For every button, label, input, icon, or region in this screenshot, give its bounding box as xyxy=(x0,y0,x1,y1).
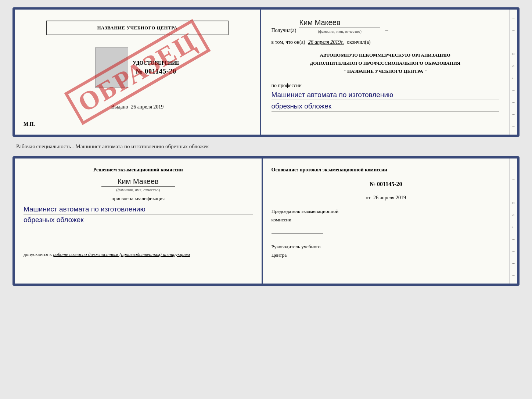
fio-label-top: (фамилия, имя, отчество) xyxy=(299,28,380,33)
chairman-label-2: комиссии xyxy=(272,217,501,224)
protocol-date: от 26 апреля 2019 xyxy=(272,195,501,201)
chairman-label-1: Председатель экзаменационной xyxy=(272,208,501,215)
mp-label: М.П. xyxy=(24,121,35,127)
bdeco-8: – xyxy=(513,248,515,254)
bdeco-9: – xyxy=(513,260,515,266)
bdeco-7: – xyxy=(513,236,515,242)
deco-5: а xyxy=(513,63,514,69)
bdeco-10: – xyxy=(513,272,515,278)
director-label-1: Руководитель учебного xyxy=(272,243,501,250)
deco-3: – xyxy=(513,39,515,44)
blank-line-2 xyxy=(24,240,253,247)
received-label: Получил(а) xyxy=(272,28,296,33)
director-sign-line xyxy=(272,262,323,269)
date-row: в том, что он(а) 26 апреля 2019г. окончи… xyxy=(272,39,499,45)
org-line3: " НАЗВАНИЕ УЧЕБНОГО ЦЕНТРА " xyxy=(272,67,499,75)
top-card-right: Получил(а) Ким Макеев (фамилия, имя, отч… xyxy=(261,10,510,135)
protocol-number: № 001145-20 xyxy=(272,181,501,188)
top-card-inner: НАЗВАНИЕ УЧЕБНОГО ЦЕНТРА УДОСТОВЕРЕНИЕ №… xyxy=(15,10,517,135)
bottom-person-name: Ким Макеев xyxy=(118,177,159,186)
org-line1: АВТОНОМНУЮ НЕКОММЕРЧЕСКУЮ ОРГАНИЗАЦИЮ xyxy=(272,51,499,59)
bottom-card: Решением экзаменационной комиссии Ким Ма… xyxy=(12,156,520,286)
deco-10: – xyxy=(513,124,515,129)
issued-prefix: Выдано xyxy=(111,104,128,110)
deco-col-top: – – – и а ← – – – – xyxy=(509,10,517,135)
profession-label: по профессии xyxy=(272,83,499,89)
deco-7: – xyxy=(513,88,515,93)
top-card-left: НАЗВАНИЕ УЧЕБНОГО ЦЕНТРА УДОСТОВЕРЕНИЕ №… xyxy=(15,10,260,135)
cert-photo xyxy=(95,47,128,88)
caption-text: Рабочая специальность - Машинист автомат… xyxy=(12,143,209,150)
top-card-main: НАЗВАНИЕ УЧЕБНОГО ЦЕНТРА УДОСТОВЕРЕНИЕ №… xyxy=(15,10,509,135)
org-line2: ДОПОЛНИТЕЛЬНОГО ПРОФЕССИОНАЛЬНОГО ОБРАЗО… xyxy=(272,59,499,67)
bottom-card-left: Решением экзаменационной комиссии Ким Ма… xyxy=(15,158,262,284)
profession-block: по профессии Машинист автомата по изгото… xyxy=(272,81,499,111)
protocol-date-prefix: от xyxy=(366,195,370,200)
qualification-label: присвоена квалификация xyxy=(24,196,253,202)
bottom-fio-label: (фамилия, имя, отчество) xyxy=(101,186,175,192)
issued-date: Выдано 26 апреля 2019 xyxy=(111,104,163,110)
bdeco-4: и xyxy=(512,200,514,206)
bdeco-6: ← xyxy=(511,224,516,230)
deco-9: – xyxy=(513,111,515,117)
date-prefix: в том, что он(а) xyxy=(272,39,305,45)
protocol-date-value: 26 апреля 2019 xyxy=(373,195,406,200)
allowed-prefix: допускается к xyxy=(24,252,52,257)
basis-title: Основание: протокол экзаменационной коми… xyxy=(272,166,501,174)
deco-1: – xyxy=(513,15,515,21)
cert-number: № 001145-20 xyxy=(136,68,176,75)
received-name: Ким Макеев xyxy=(299,18,380,28)
profession-hw-1: Машинист автомата по изготовлению xyxy=(272,91,499,100)
bottom-card-right: Основание: протокол экзаменационной коми… xyxy=(263,158,510,284)
bdeco-1: – xyxy=(513,164,515,170)
bottom-card-inner: Решением экзаменационной комиссии Ким Ма… xyxy=(15,158,517,284)
school-title: НАЗВАНИЕ УЧЕБНОГО ЦЕНТРА xyxy=(46,21,229,35)
blank-line-3 xyxy=(24,262,253,269)
org-block: АВТОНОМНУЮ НЕКОММЕРЧЕСКУЮ ОРГАНИЗАЦИЮ ДО… xyxy=(272,51,499,75)
bottom-name-block: Ким Макеев (фамилия, имя, отчество) xyxy=(24,177,253,192)
issued-date-value: 26 апреля 2019 xyxy=(131,104,163,110)
qualification-hw-2: обрезных обложек xyxy=(24,216,253,225)
allowed-italic: работе согласно должностным (производств… xyxy=(53,252,190,257)
director-label-2: Центра xyxy=(272,252,501,259)
chairman-block: Председатель экзаменационной комиссии xyxy=(272,208,501,234)
allowed-text: допускается к работе согласно должностны… xyxy=(24,251,253,258)
qualification-block: Машинист автомата по изготовлению обрезн… xyxy=(24,205,253,225)
top-card: НАЗВАНИЕ УЧЕБНОГО ЦЕНТРА УДОСТОВЕРЕНИЕ №… xyxy=(12,7,520,137)
deco-6: ← xyxy=(511,75,516,81)
bdeco-3: – xyxy=(513,188,515,193)
bdeco-5: а xyxy=(513,212,514,218)
cert-label: УДОСТОВЕРЕНИЕ xyxy=(133,60,179,66)
director-block: Руководитель учебного Центра xyxy=(272,243,501,269)
commission-title: Решением экзаменационной комиссии xyxy=(24,166,253,174)
date-value: 26 апреля 2019г. xyxy=(308,39,344,45)
bdeco-2: – xyxy=(513,176,515,182)
deco-8: – xyxy=(513,99,515,105)
qualification-hw-1: Машинист автомата по изготовлению xyxy=(24,205,253,214)
deco-2: – xyxy=(513,27,515,33)
deco-4: и xyxy=(512,51,514,57)
profession-hw-2: обрезных обложек xyxy=(272,102,499,111)
blank-line-1 xyxy=(24,229,253,236)
deco-col-bottom: – – – и а ← – – – – xyxy=(509,158,517,284)
bottom-card-main: Решением экзаменационной комиссии Ким Ма… xyxy=(15,158,509,284)
document-container: НАЗВАНИЕ УЧЕБНОГО ЦЕНТРА УДОСТОВЕРЕНИЕ №… xyxy=(12,7,520,286)
chairman-sign-line xyxy=(272,227,323,234)
date-suffix: окончил(а) xyxy=(347,39,371,45)
received-row: Получил(а) Ким Макеев (фамилия, имя, отч… xyxy=(272,18,499,33)
